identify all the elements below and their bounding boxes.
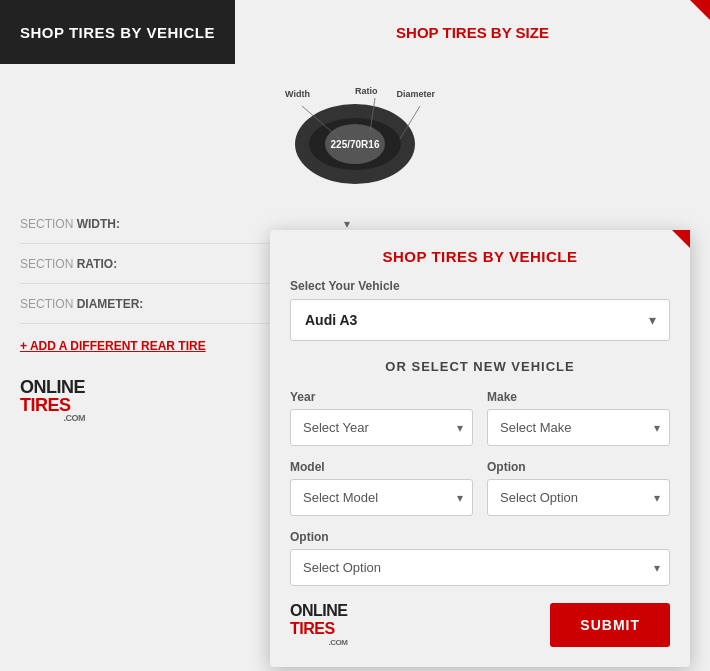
vehicle-select-label: Select Your Vehicle bbox=[290, 279, 670, 293]
modal-content: Select Your Vehicle Audi A3 ▾ OR SELECT … bbox=[270, 279, 690, 586]
make-select-wrapper: Select Make ▾ bbox=[487, 409, 670, 446]
form-grid: Year Select Year ▾ Make Select Make ▾ bbox=[290, 390, 670, 586]
year-field: Year Select Year ▾ bbox=[290, 390, 473, 446]
logo-tires: TIRES.com bbox=[20, 396, 85, 423]
tire-diagram-section: Width Ratio Diameter 225/70R16 bbox=[0, 64, 710, 204]
vehicle-select-wrapper: Audi A3 ▾ bbox=[290, 299, 670, 341]
logo-text: ONLINE TIRES.com bbox=[20, 378, 85, 423]
year-label: Year bbox=[290, 390, 473, 404]
option-select-wrapper: Select Option ▾ bbox=[487, 479, 670, 516]
option2-field: Option Select Option ▾ bbox=[290, 530, 670, 586]
corner-decoration bbox=[690, 0, 710, 20]
model-label: Model bbox=[290, 460, 473, 474]
vehicle-select[interactable]: Audi A3 bbox=[290, 299, 670, 341]
option-field: Option Select Option ▾ bbox=[487, 460, 670, 516]
make-field: Make Select Make ▾ bbox=[487, 390, 670, 446]
or-divider: OR SELECT NEW VEHICLE bbox=[290, 359, 670, 374]
tire-size-text: 225/70R16 bbox=[331, 139, 380, 150]
option-select[interactable]: Select Option bbox=[487, 479, 670, 516]
option2-label: Option bbox=[290, 530, 670, 544]
modal-logo-online: ONLINE bbox=[290, 602, 347, 620]
modal-title: SHOP TIRES BY VEHICLE bbox=[383, 248, 578, 265]
tab-size-label: SHOP TIRES BY SIZE bbox=[396, 24, 549, 41]
submit-button[interactable]: SUBMIT bbox=[550, 603, 670, 647]
option-label: Option bbox=[487, 460, 670, 474]
tire-inner: 225/70R16 bbox=[325, 124, 385, 164]
ratio-label: Ratio bbox=[355, 86, 378, 96]
tab-vehicle[interactable]: SHOP TIRES BY VEHICLE bbox=[0, 0, 235, 64]
modal-logo-tires: TIRES.com bbox=[290, 620, 347, 647]
modal-corner-decoration bbox=[672, 230, 690, 248]
width-select[interactable] bbox=[180, 216, 344, 231]
model-field: Model Select Model ▾ bbox=[290, 460, 473, 516]
tire-diagram: Width Ratio Diameter 225/70R16 bbox=[265, 84, 445, 184]
year-select-wrapper: Select Year ▾ bbox=[290, 409, 473, 446]
model-select[interactable]: Select Model bbox=[290, 479, 473, 516]
modal-header: SHOP TIRES BY VEHICLE bbox=[270, 230, 690, 279]
option2-select[interactable]: Select Option bbox=[290, 549, 670, 586]
year-select[interactable]: Select Year bbox=[290, 409, 473, 446]
ratio-label-text: SECTION RATIO: bbox=[20, 257, 180, 271]
make-label: Make bbox=[487, 390, 670, 404]
tab-size[interactable]: SHOP TIRES BY SIZE bbox=[235, 0, 710, 64]
modal-logo: ONLINE TIRES.com bbox=[290, 602, 347, 647]
tab-vehicle-label: SHOP TIRES BY VEHICLE bbox=[20, 24, 215, 41]
diameter-label: Diameter bbox=[396, 89, 435, 99]
logo-online: ONLINE bbox=[20, 378, 85, 396]
vehicle-modal: SHOP TIRES BY VEHICLE Select Your Vehicl… bbox=[270, 230, 690, 667]
diameter-label-text: SECTION DIAMETER: bbox=[20, 297, 180, 311]
modal-footer: ONLINE TIRES.com SUBMIT bbox=[270, 586, 690, 647]
make-select[interactable]: Select Make bbox=[487, 409, 670, 446]
width-label-text: SECTION WIDTH: bbox=[20, 217, 180, 231]
width-label: Width bbox=[285, 89, 310, 99]
tire-circle: 225/70R16 bbox=[295, 104, 415, 184]
model-select-wrapper: Select Model ▾ bbox=[290, 479, 473, 516]
option2-select-wrapper: Select Option ▾ bbox=[290, 549, 670, 586]
width-chevron-icon: ▾ bbox=[344, 217, 350, 231]
tab-bar: SHOP TIRES BY VEHICLE SHOP TIRES BY SIZE bbox=[0, 0, 710, 64]
modal-logo-text: ONLINE TIRES.com bbox=[290, 602, 347, 647]
